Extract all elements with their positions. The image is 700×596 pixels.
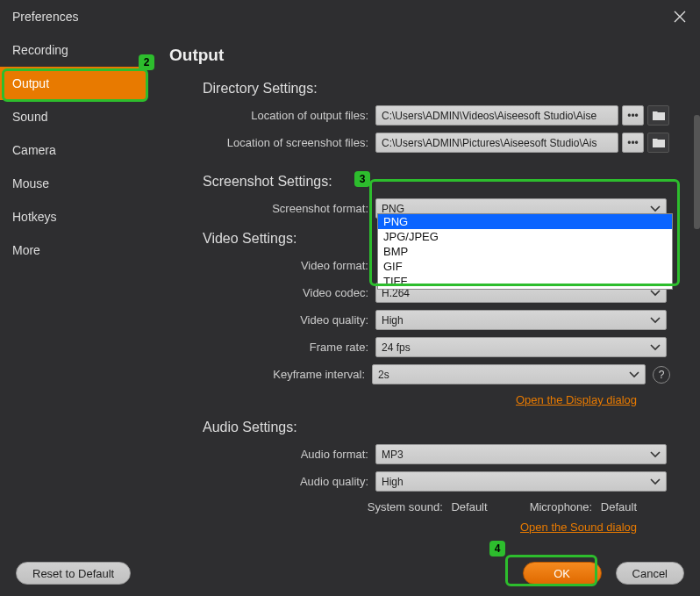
video-codec-label: Video codec: [169,286,375,299]
keyframe-select[interactable]: 2s [372,364,646,384]
open-output-folder-button[interactable] [647,105,669,126]
chevron-down-icon [629,371,639,378]
open-screenshot-folder-button[interactable] [647,133,669,153]
dropdown-option[interactable]: TIFF [378,274,672,289]
dropdown-option[interactable]: JPG/JPEG [378,229,672,244]
sidebar-item-label: Hotkeys [12,210,57,224]
browse-screenshot-button[interactable]: ••• [622,133,644,153]
sidebar-item-label: Sound [12,110,47,124]
frame-rate-select[interactable]: 24 fps [375,337,667,357]
button-label: Reset to Default [32,567,114,580]
video-format-label: Video format: [169,259,375,272]
sidebar-item-sound[interactable]: Sound [0,100,146,133]
dropdown-option[interactable]: PNG [378,214,672,229]
system-sound-value: Default [451,500,487,513]
ok-button[interactable]: OK [523,562,602,585]
keyframe-label: Keyframe interval: [169,368,372,381]
select-value: 24 fps [382,341,411,354]
ellipsis-icon: ••• [627,137,639,149]
sidebar-item-camera[interactable]: Camera [0,133,146,167]
sidebar-item-label: Mouse [12,176,49,190]
microphone-label: Microphone: [530,500,593,513]
cancel-button[interactable]: Cancel [616,562,684,585]
close-icon [674,11,686,23]
page-title: Output [169,46,670,65]
question-icon: ? [659,369,665,381]
screenshot-format-label: Screenshot format: [169,202,375,215]
audio-format-label: Audio format: [169,448,375,461]
button-label: OK [554,567,570,580]
window-title: Preferences [12,10,78,24]
sidebar-item-more[interactable]: More [0,233,146,267]
frame-rate-label: Frame rate: [169,341,375,354]
open-sound-dialog-link[interactable]: Open the Sound dialog [520,521,637,534]
browse-output-button[interactable]: ••• [622,105,644,126]
annotation-badge-4: 4 [489,541,505,557]
annotation-badge-2: 2 [139,54,154,70]
sidebar: Recording Output Sound Camera Mouse Hotk… [0,33,146,550]
audio-quality-label: Audio quality: [169,475,375,488]
sidebar-item-label: Camera [12,143,56,157]
sidebar-item-mouse[interactable]: Mouse [0,167,146,200]
screenshot-location-value: C:\Users\ADMIN\Pictures\Aiseesoft Studio… [375,133,618,153]
output-location-label: Location of output files: [169,109,375,122]
scrollbar-thumb[interactable] [694,115,700,229]
chevron-down-icon [650,344,661,351]
folder-icon [653,138,665,147]
dropdown-option[interactable]: GIF [378,259,672,274]
keyframe-help-button[interactable]: ? [653,366,670,384]
screenshot-format-dropdown[interactable]: PNG JPG/JPEG BMP GIF TIFF [377,213,673,290]
close-button[interactable] [672,9,688,25]
video-quality-label: Video quality: [169,313,375,327]
select-value: High [382,476,404,488]
chevron-down-icon [650,205,661,212]
select-value: 2s [378,369,389,381]
dropdown-option[interactable]: BMP [378,244,672,259]
select-value: MP3 [382,449,404,461]
system-sound-label: System sound: [368,500,443,513]
chevron-down-icon [650,451,661,458]
open-display-dialog-link[interactable]: Open the Display dialog [516,393,637,406]
ellipsis-icon: ••• [627,110,639,122]
chevron-down-icon [650,478,661,485]
section-audio-title: Audio Settings: [203,420,670,435]
sidebar-item-label: More [12,243,40,257]
folder-icon [653,111,665,120]
chevron-down-icon [650,317,661,324]
button-label: Cancel [632,567,668,580]
reset-to-default-button[interactable]: Reset to Default [16,562,131,585]
audio-quality-select[interactable]: High [375,471,667,492]
audio-format-select[interactable]: MP3 [375,444,667,464]
sidebar-item-output[interactable]: Output [0,67,146,100]
section-directory-title: Directory Settings: [203,81,670,97]
section-screenshot-title: Screenshot Settings: [203,174,670,190]
screenshot-location-label: Location of screenshot files: [169,136,375,149]
output-location-value: C:\Users\ADMIN\Videos\Aiseesoft Studio\A… [375,105,618,126]
sidebar-item-recording[interactable]: Recording [0,33,146,67]
main-panel: Output Directory Settings: Location of o… [146,33,700,550]
select-value: High [382,314,404,327]
sidebar-item-label: Output [12,76,49,90]
chevron-down-icon [650,290,661,297]
microphone-value: Default [601,500,637,513]
sidebar-item-label: Recording [12,43,68,57]
video-quality-select[interactable]: High [375,310,667,330]
sidebar-item-hotkeys[interactable]: Hotkeys [0,200,146,233]
annotation-badge-3: 3 [354,171,370,187]
